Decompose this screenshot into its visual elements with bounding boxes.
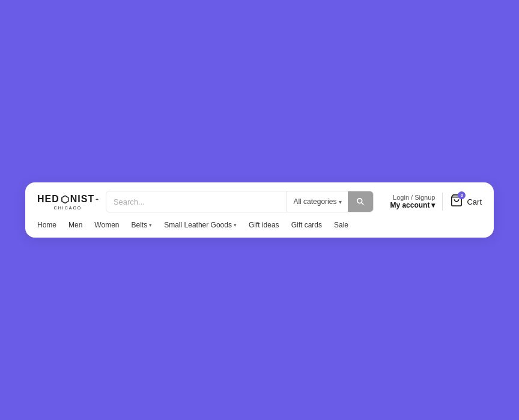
chevron-down-icon: ▾ [149, 222, 152, 228]
navbar-container: HED ⬡ NIST + CHICAGO All categories ▾ [25, 182, 494, 238]
search-input[interactable] [106, 191, 287, 212]
search-bar: All categories ▾ [106, 191, 374, 212]
nav-item-gift-ideas[interactable]: Gift ideas [249, 218, 279, 232]
cart-button[interactable]: 0 Cart [450, 194, 482, 209]
nav-item-label: Men [68, 221, 82, 229]
logo-sub: CHICAGO [54, 206, 82, 210]
logo-hexagon: ⬡ [61, 194, 69, 205]
login-signup-link[interactable]: Login / Signup [393, 194, 435, 201]
nav-item-sale[interactable]: Sale [334, 218, 348, 232]
svg-point-0 [357, 199, 362, 203]
nav-item-gift-cards[interactable]: Gift cards [291, 218, 322, 232]
nav-item-label: Sale [334, 221, 348, 229]
search-button[interactable] [348, 191, 373, 212]
nav-item-label: Women [94, 221, 119, 229]
logo-text: HED [37, 194, 59, 204]
nav-item-label: Small Leather Goods [164, 221, 232, 229]
nav-item-label: Gift ideas [249, 221, 279, 229]
nav-item-women[interactable]: Women [94, 218, 119, 232]
navbar-top: HED ⬡ NIST + CHICAGO All categories ▾ [37, 191, 482, 212]
cart-label: Cart [467, 197, 482, 206]
nav-item-small-leather-goods[interactable]: Small Leather Goods▾ [164, 218, 237, 232]
category-label: All categories [293, 197, 336, 206]
navbar-bottom: HomeMenWomenBelts▾Small Leather Goods▾Gi… [37, 218, 482, 232]
cart-badge: 0 [458, 191, 466, 199]
nav-item-label: Home [37, 221, 56, 229]
nav-item-men[interactable]: Men [68, 218, 82, 232]
chevron-down-icon: ▾ [339, 199, 342, 205]
nav-item-belts[interactable]: Belts▾ [132, 218, 153, 232]
nav-item-home[interactable]: Home [37, 218, 56, 232]
account-area: Login / Signup My account ▾ [381, 194, 435, 209]
my-account-dropdown[interactable]: My account ▾ [390, 201, 435, 209]
my-account-label: My account [390, 201, 429, 209]
svg-line-1 [362, 203, 364, 205]
category-dropdown[interactable]: All categories ▾ [287, 191, 348, 212]
chevron-down-icon: ▾ [234, 222, 237, 228]
cart-icon-wrapper: 0 [450, 194, 463, 209]
nav-item-label: Belts [132, 221, 148, 229]
chevron-down-icon: ▾ [431, 201, 435, 209]
logo-area[interactable]: HED ⬡ NIST + CHICAGO [37, 194, 99, 210]
search-icon [356, 197, 365, 206]
logo-text-2: NIST [70, 194, 94, 204]
nav-item-label: Gift cards [291, 221, 322, 229]
divider [442, 193, 443, 211]
